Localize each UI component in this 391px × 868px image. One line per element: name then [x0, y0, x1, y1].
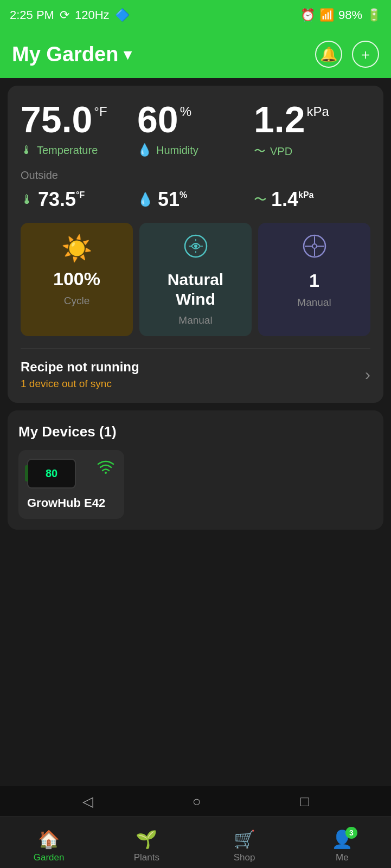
humidity-number: 60	[137, 101, 178, 138]
outdoor-humidity: 💧 51 %	[137, 188, 254, 211]
devices-section: My Devices (1) 80 GrowHub E42	[8, 410, 383, 530]
humidity-icon: 💧	[137, 143, 152, 157]
temperature-number: 75.0	[21, 101, 92, 138]
vpd-sensor: 1.2 kPa 〜 VPD	[254, 101, 370, 159]
nav-item-garden[interactable]: 🏠 Garden	[0, 822, 98, 863]
vpd-label-row: 〜 VPD	[254, 143, 370, 159]
fan-mode: Manual	[297, 297, 331, 308]
recipe-sync-warning: 1 device out of sync	[21, 378, 139, 390]
wind-icon	[183, 234, 208, 265]
main-content: 75.0 °F 🌡 Temperature 60 % 💧 Humidity	[0, 86, 391, 589]
plants-nav-icon: 🌱	[136, 829, 157, 850]
svg-point-1	[194, 245, 197, 248]
recipe-info: Recipe not running 1 device out of sync	[21, 359, 139, 390]
temperature-label-row: 🌡 Temperature	[21, 143, 137, 157]
light-control-card[interactable]: ☀️ 100% Cycle	[21, 223, 133, 336]
humidity-label: Humidity	[156, 144, 198, 157]
device-display: 80	[27, 459, 76, 488]
add-button[interactable]: ＋	[352, 41, 379, 68]
outdoor-humidity-icon: 💧	[137, 192, 153, 207]
outdoor-vpd-unit: kPa	[298, 190, 313, 200]
chevron-down-icon: ▾	[124, 46, 131, 63]
wifi-status-icon: 📶	[319, 8, 334, 22]
status-bar: 2:25 PM ⟳ 120Hz 🔷 ⏰ 📶 98% 🔋	[0, 0, 391, 30]
wind-control-card[interactable]: Natural Wind Manual	[139, 223, 252, 336]
nav-item-plants[interactable]: 🌱 Plants	[98, 822, 195, 863]
fan-control-card[interactable]: 1 Manual	[258, 223, 370, 336]
outdoor-vpd: 〜 1.4 kPa	[254, 188, 370, 211]
status-time: 2:25 PM	[10, 8, 54, 22]
vpd-icon: 〜	[254, 143, 266, 159]
status-hz: 120Hz	[75, 8, 110, 22]
outdoor-vpd-icon: 〜	[254, 191, 267, 208]
outdoor-sensor-row: 🌡 73.5 °F 💧 51 % 〜 1.4 kPa	[21, 188, 370, 211]
nav-item-shop[interactable]: 🛒 Shop	[196, 822, 293, 863]
android-nav-bar: ◁ ○ □	[0, 786, 391, 816]
app-header: My Garden ▾ 🔔 ＋	[0, 30, 391, 78]
outdoor-temperature: 🌡 73.5 °F	[21, 188, 137, 211]
outdoor-therm-icon: 🌡	[21, 192, 34, 207]
shop-nav-label: Shop	[234, 852, 255, 863]
status-bar-left: 2:25 PM ⟳ 120Hz 🔷	[10, 8, 130, 22]
vpd-value-display: 1.2 kPa	[254, 101, 370, 138]
recipe-section[interactable]: Recipe not running 1 device out of sync …	[21, 348, 370, 390]
home-button[interactable]: ○	[193, 793, 201, 810]
outdoor-temp-unit: °F	[76, 190, 85, 200]
humidity-unit: %	[180, 105, 191, 118]
fan-icon	[302, 234, 327, 265]
wind-value: Natural Wind	[147, 270, 244, 309]
humidity-sensor: 60 % 💧 Humidity	[137, 101, 254, 157]
thermometer-icon: 🌡	[21, 143, 33, 157]
status-bar-right: ⏰ 📶 98% 🔋	[300, 8, 381, 22]
device-name: GrowHub E42	[27, 496, 116, 510]
wind-mode: Manual	[178, 314, 212, 326]
outdoor-temp-value: 73.5 °F	[38, 188, 85, 211]
header-title-area[interactable]: My Garden ▾	[12, 43, 131, 66]
vpd-label: VPD	[270, 145, 292, 158]
bottom-nav: 🏠 Garden 🌱 Plants 🛒 Shop 3 👤 Me	[0, 816, 391, 868]
sun-icon: ☀️	[61, 234, 92, 263]
temperature-value-display: 75.0 °F	[21, 101, 137, 138]
temperature-label: Temperature	[37, 144, 98, 157]
light-value: 100%	[53, 268, 100, 290]
svg-point-8	[105, 472, 107, 474]
me-nav-label: Me	[336, 852, 349, 863]
outside-label: Outside	[21, 169, 370, 182]
back-button[interactable]: ◁	[82, 793, 93, 810]
devices-title: My Devices (1)	[18, 423, 373, 440]
indoor-sensor-row: 75.0 °F 🌡 Temperature 60 % 💧 Humidity	[21, 101, 370, 159]
status-app-icon: 🔷	[115, 8, 130, 22]
recipe-chevron-icon: ›	[365, 365, 370, 384]
svg-point-3	[312, 244, 317, 248]
outdoor-vpd-value: 1.4 kPa	[271, 188, 314, 211]
vpd-unit: kPa	[307, 105, 329, 118]
device-wifi-icon	[96, 459, 116, 478]
vpd-number: 1.2	[254, 101, 305, 138]
control-cards: ☀️ 100% Cycle Natural Wind Manual	[21, 223, 370, 336]
weather-card: 75.0 °F 🌡 Temperature 60 % 💧 Humidity	[8, 86, 383, 403]
outdoor-temp-number: 73.5	[38, 188, 76, 211]
nav-item-me[interactable]: 3 👤 Me	[293, 822, 391, 863]
shop-nav-icon: 🛒	[234, 829, 255, 850]
fan-value: 1	[309, 270, 319, 291]
device-card-growhub[interactable]: 80 GrowHub E42	[18, 450, 124, 519]
outdoor-humidity-value: 51 %	[158, 188, 187, 211]
plants-nav-label: Plants	[134, 852, 159, 863]
temperature-unit: °F	[94, 105, 107, 118]
outdoor-humidity-number: 51	[158, 188, 180, 211]
me-nav-badge: 3	[345, 827, 357, 839]
alarm-icon: ⏰	[300, 8, 315, 22]
outdoor-vpd-number: 1.4	[271, 188, 298, 211]
garden-nav-icon: 🏠	[38, 829, 60, 850]
battery-icon: 🔋	[367, 8, 381, 22]
battery-percent: 98%	[338, 8, 362, 22]
device-side-button	[25, 465, 28, 481]
notifications-button[interactable]: 🔔	[315, 41, 342, 68]
status-refresh-icon: ⟳	[60, 8, 69, 22]
header-actions: 🔔 ＋	[315, 41, 379, 68]
outdoor-humidity-unit: %	[180, 190, 187, 200]
light-mode: Cycle	[64, 295, 90, 307]
recipe-status: Recipe not running	[21, 359, 139, 375]
humidity-label-row: 💧 Humidity	[137, 143, 254, 157]
recents-button[interactable]: □	[300, 793, 309, 810]
